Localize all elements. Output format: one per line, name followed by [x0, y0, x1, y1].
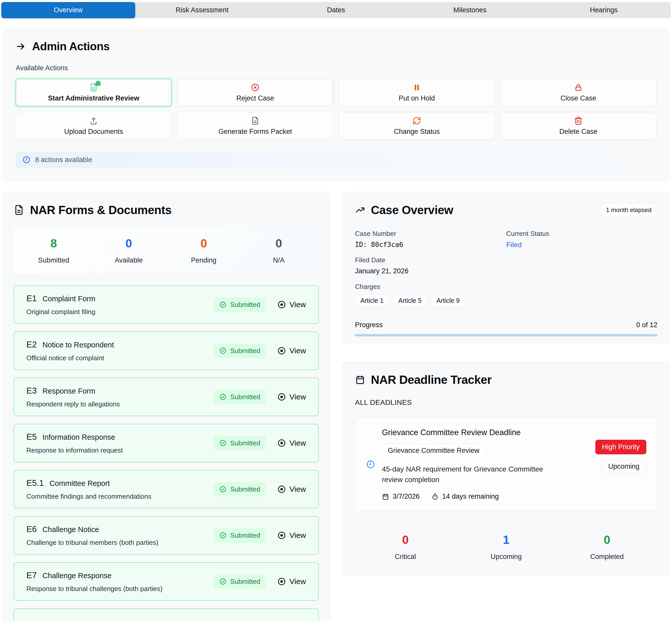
calendar-icon	[355, 375, 365, 385]
filed-date-field: Filed Date January 21, 2026	[355, 256, 506, 275]
status-badge: Filed	[506, 241, 658, 249]
deadline-card: Grievance Committee Review Deadline Grie…	[355, 417, 658, 511]
stat-completed: 0 Completed	[557, 533, 658, 561]
divider	[355, 314, 658, 314]
form-row-e7: E7Challenge Response Response to tribuna…	[13, 562, 319, 601]
form-info: E1Complaint Form Original complaint fili…	[27, 294, 95, 316]
submitted-badge: Submitted	[214, 482, 266, 497]
progress-label: Progress	[355, 321, 383, 329]
case-number-field: Case Number ID: 80cf3ca6	[355, 230, 506, 249]
case-number-value: ID: 80cf3ca6	[355, 241, 506, 248]
form-row-e5-1: E5.1Committee Report Committee findings …	[13, 470, 319, 508]
upcoming-badge: Upcoming	[601, 459, 646, 473]
clock-icon	[22, 156, 31, 164]
pause-icon	[412, 83, 421, 92]
trash-icon	[574, 116, 583, 125]
due-date: 3/7/2026	[382, 493, 420, 500]
notification-dot	[95, 81, 101, 86]
view-button[interactable]: View	[277, 392, 306, 401]
view-button[interactable]: View	[277, 346, 306, 355]
check-circle-icon	[219, 393, 227, 401]
current-status-field: Current Status Filed	[506, 230, 658, 249]
admin-actions-header: Admin Actions	[16, 40, 656, 53]
arrow-right-icon	[16, 41, 26, 51]
tab-risk-assessment[interactable]: Risk Assessment	[135, 2, 269, 18]
charge-chip: Article 1	[355, 294, 389, 307]
high-priority-badge: High Priority	[595, 440, 646, 454]
trending-up-icon	[355, 205, 365, 215]
eye-icon	[277, 392, 286, 401]
generate-forms-packet-button[interactable]: Generate Forms Packet	[177, 112, 333, 140]
nar-forms-header: NAR Forms & Documents	[13, 203, 319, 217]
form-row-e1: E1Complaint Form Original complaint fili…	[13, 285, 319, 324]
admin-actions-panel: Admin Actions Available Actions Start Ad…	[2, 29, 670, 180]
stat-available: 0 Available	[91, 236, 166, 264]
actions-grid: Start Administrative Review Reject Case …	[16, 79, 656, 140]
submitted-badge: Submitted	[214, 343, 266, 358]
form-row-e8: E8Hearing Notice Submitted View	[13, 609, 319, 621]
check-circle-icon	[219, 532, 227, 539]
tab-dates[interactable]: Dates	[269, 2, 403, 18]
case-overview-panel: Case Overview 1 month elapsed Case Numbe…	[343, 192, 670, 343]
deadline-category-chip: Grievance Committee Review	[382, 444, 485, 457]
tab-overview[interactable]: Overview	[1, 2, 135, 18]
stat-critical: 0 Critical	[355, 533, 456, 561]
timer-icon	[431, 493, 439, 500]
submitted-badge: Submitted	[214, 528, 266, 543]
nar-forms-panel: NAR Forms & Documents 8 Submitted 0 Avai…	[2, 192, 330, 621]
upload-documents-button[interactable]: Upload Documents	[16, 112, 171, 140]
view-button[interactable]: View	[277, 577, 306, 586]
all-deadlines-label: ALL DEADLINES	[355, 399, 658, 407]
actions-available-bar: 8 actions available	[16, 152, 656, 168]
lock-icon	[574, 83, 583, 92]
delete-case-button[interactable]: Delete Case	[501, 112, 656, 140]
form-info: E7Challenge Response Response to tribuna…	[27, 571, 162, 593]
tab-milestones[interactable]: Milestones	[403, 2, 537, 18]
tab-hearings[interactable]: Hearings	[537, 2, 671, 18]
upload-icon	[89, 116, 98, 125]
file-check-icon	[89, 83, 98, 92]
stat-na: 0 N/A	[241, 236, 317, 264]
file-text-icon	[13, 205, 24, 215]
elapsed-badge: 1 month elapsed	[600, 203, 658, 217]
clock-icon	[366, 460, 375, 469]
deadline-description: 45-day NAR requirement for Grievance Com…	[382, 464, 565, 485]
put-on-hold-button[interactable]: Put on Hold	[339, 79, 495, 107]
right-column: Case Overview 1 month elapsed Case Numbe…	[343, 192, 670, 575]
submitted-badge: Submitted	[214, 436, 266, 451]
stat-upcoming: 1 Upcoming	[456, 533, 557, 561]
x-circle-icon	[251, 83, 260, 92]
form-list: E1Complaint Form Original complaint fili…	[13, 285, 319, 621]
filed-date-value: January 21, 2026	[355, 267, 506, 275]
start-administrative-review-button[interactable]: Start Administrative Review	[16, 79, 171, 107]
view-button[interactable]: View	[277, 531, 306, 540]
close-case-button[interactable]: Close Case	[501, 79, 656, 107]
calendar-icon	[382, 493, 389, 500]
deadline-title: Grievance Committee Review Deadline	[382, 428, 565, 437]
change-status-button[interactable]: Change Status	[339, 112, 495, 140]
form-info: E5.1Committee Report Committee findings …	[27, 478, 151, 500]
view-button[interactable]: View	[277, 300, 306, 309]
deadline-tracker-title: NAR Deadline Tracker	[371, 373, 492, 387]
reject-case-button[interactable]: Reject Case	[177, 79, 333, 107]
view-button[interactable]: View	[277, 485, 306, 494]
eye-icon	[277, 346, 286, 355]
check-circle-icon	[219, 301, 227, 308]
deadline-stats: 0 Critical 1 Upcoming 0 Completed	[355, 521, 658, 575]
nar-forms-title: NAR Forms & Documents	[30, 203, 171, 217]
check-circle-icon	[219, 347, 227, 354]
form-row-e5: E5Information Response Response to infor…	[13, 424, 319, 462]
charge-chip: Article 9	[431, 294, 465, 307]
admin-actions-title: Admin Actions	[32, 40, 110, 53]
main-content: NAR Forms & Documents 8 Submitted 0 Avai…	[2, 192, 670, 621]
progress-count: 0 of 12	[636, 321, 658, 329]
form-info: E2Notice to Respondent Official notice o…	[27, 340, 114, 362]
eye-icon	[277, 577, 286, 586]
check-circle-icon	[219, 440, 227, 447]
available-actions-label: Available Actions	[16, 64, 656, 72]
check-circle-icon	[219, 486, 227, 493]
days-remaining: 14 days remaining	[431, 493, 499, 500]
eye-icon	[277, 300, 286, 309]
view-button[interactable]: View	[277, 439, 306, 447]
tab-bar: Overview Risk Assessment Dates Milestone…	[1, 2, 671, 18]
